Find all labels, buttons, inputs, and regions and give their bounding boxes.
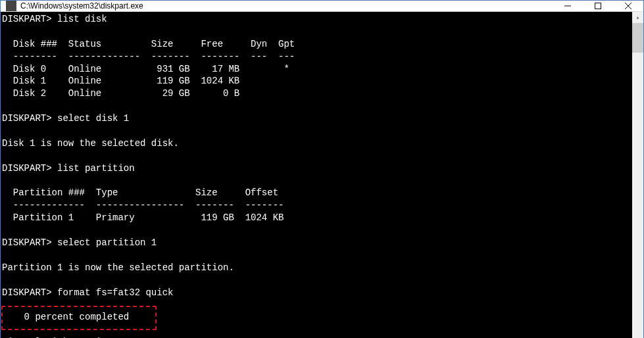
close-icon — [625, 3, 632, 9]
app-icon — [6, 1, 16, 11]
close-button[interactable] — [613, 1, 643, 11]
scroll-up-arrow[interactable]: ▴ — [632, 12, 643, 23]
minimize-button[interactable] — [553, 1, 583, 11]
scroll-thumb[interactable] — [632, 23, 643, 53]
window-controls — [553, 1, 643, 11]
titlebar[interactable]: C:\Windows\system32\diskpart.exe — [1, 1, 643, 12]
maximize-icon — [595, 3, 601, 9]
minimize-icon — [564, 3, 571, 9]
terminal-area: DISKPART> list disk Disk ### Status Size… — [1, 12, 643, 338]
window-title: C:\Windows\system32\diskpart.exe — [20, 1, 553, 11]
terminal-output[interactable]: DISKPART> list disk Disk ### Status Size… — [1, 12, 632, 338]
vertical-scrollbar[interactable]: ▴ ▾ — [632, 12, 643, 338]
svg-rect-1 — [595, 3, 601, 9]
scroll-track[interactable] — [632, 23, 643, 338]
maximize-button[interactable] — [583, 1, 613, 11]
diskpart-window: C:\Windows\system32\diskpart.exe DISKPAR… — [0, 0, 644, 338]
